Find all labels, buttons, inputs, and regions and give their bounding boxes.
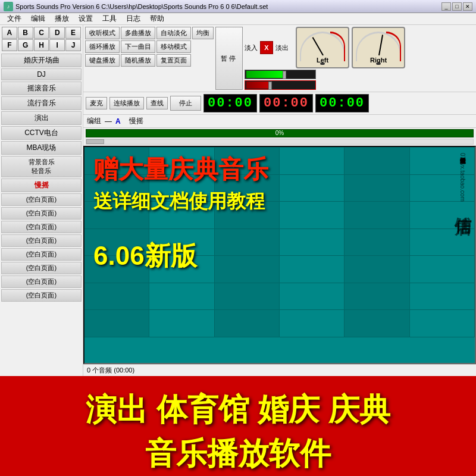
move-btn[interactable]: 移动模式: [156, 40, 191, 53]
playlist-cell[interactable]: [345, 283, 409, 311]
letter-d[interactable]: D: [49, 27, 65, 39]
playlist-cell[interactable]: [345, 202, 409, 229]
menu-play[interactable]: 播放: [50, 13, 74, 24]
letter-i[interactable]: I: [49, 39, 65, 51]
auto-fade-btn[interactable]: 自动淡化: [156, 27, 191, 39]
playlist-cell[interactable]: [280, 283, 345, 311]
multi-play-btn[interactable]: 多曲播放: [121, 27, 155, 39]
letter-a[interactable]: A: [2, 27, 17, 39]
menu-settings[interactable]: 设置: [74, 13, 98, 24]
sidebar-item-rock[interactable]: 摇滚音乐: [1, 82, 82, 95]
sidebar-item-blank3[interactable]: (空白页面): [1, 221, 82, 233]
playlist-cell[interactable]: [345, 256, 409, 283]
fade-in-handle[interactable]: [283, 71, 286, 79]
app-icon: ♪: [4, 2, 13, 11]
watermark-section: 因为专业所以做的更好 响灯光工作室 073vx.taobao.com 信店铺: [451, 153, 474, 357]
fade-out-bar[interactable]: [245, 80, 316, 90]
letter-g[interactable]: G: [18, 39, 33, 51]
random-btn[interactable]: 随机播放: [121, 54, 155, 67]
menu-edit[interactable]: 编辑: [26, 13, 50, 24]
playlist-cell[interactable]: [84, 229, 149, 256]
reset-btn[interactable]: 复置页面: [156, 54, 191, 67]
playlist-cell[interactable]: [345, 148, 409, 175]
menu-help[interactable]: 帮助: [145, 13, 169, 24]
window-title: Sports Sounds Pro Version 6 C:\Users\hp\…: [15, 3, 441, 10]
progress-bar[interactable]: 0%: [86, 129, 474, 137]
playlist-cell[interactable]: [84, 310, 149, 337]
playlist-cell[interactable]: [84, 148, 149, 175]
playlist-cell[interactable]: [149, 175, 214, 202]
top-controls: 收听模式 多曲播放 自动淡化 均衡 循环播放 下一曲目 移动模式 键盘播放 随机…: [83, 25, 476, 92]
sidebar-item-wedding[interactable]: 婚庆开场曲: [1, 54, 82, 67]
letter-c[interactable]: C: [34, 27, 49, 39]
playlist-cell[interactable]: [345, 175, 409, 202]
scroll-handle[interactable]: [86, 139, 104, 144]
playlist-cell[interactable]: [84, 202, 149, 229]
x-button[interactable]: X: [260, 41, 273, 54]
close-button[interactable]: ✕: [463, 2, 472, 11]
playlist-cell[interactable]: [215, 175, 280, 202]
sidebar-item-mba[interactable]: MBA现场: [1, 141, 82, 155]
sidebar-item-dj[interactable]: DJ: [1, 68, 82, 80]
playlist-cell[interactable]: [280, 229, 345, 256]
check-button[interactable]: 查线: [146, 97, 168, 109]
playlist-cell[interactable]: [215, 202, 280, 229]
playlist-cell[interactable]: [280, 175, 345, 202]
eq-btn[interactable]: 均衡: [192, 27, 214, 39]
sidebar-item-blank5[interactable]: (空白页面): [1, 248, 82, 261]
playlist-cell[interactable]: [215, 148, 280, 175]
letter-h[interactable]: H: [34, 39, 49, 51]
playlist-cell[interactable]: [84, 283, 149, 311]
pause-button[interactable]: 暂停: [215, 27, 243, 90]
playlist-cell[interactable]: [280, 148, 345, 175]
playlist-cell[interactable]: [215, 283, 280, 311]
stop-button[interactable]: 停止: [170, 96, 201, 111]
sidebar-item-blank2[interactable]: (空白页面): [1, 207, 82, 220]
sidebar-item-cctv[interactable]: CCTV电台: [1, 126, 82, 140]
menu-file[interactable]: 文件: [2, 13, 26, 24]
scroll-bar[interactable]: [86, 139, 474, 145]
sidebar-item-blank8[interactable]: (空白页面): [1, 289, 82, 302]
sidebar-item-blank7[interactable]: (空白页面): [1, 275, 82, 288]
playlist-cell[interactable]: [149, 202, 214, 229]
playlist-cell[interactable]: [149, 283, 214, 311]
playlist-cell[interactable]: [149, 229, 214, 256]
playlist-cell[interactable]: [149, 256, 214, 283]
playlist-cell[interactable]: [345, 310, 409, 337]
sidebar-item-blank1[interactable]: (空白页面): [1, 193, 82, 206]
fade-out-handle[interactable]: [268, 82, 272, 90]
playlist-cell[interactable]: [280, 310, 345, 337]
playlist-cell[interactable]: [84, 256, 149, 283]
minimize-button[interactable]: _: [441, 2, 451, 11]
playlist-cell[interactable]: [149, 148, 214, 175]
sidebar-item-blank6[interactable]: (空白页面): [1, 262, 82, 274]
sidebar-item-pop[interactable]: 流行音乐: [1, 96, 82, 110]
maximize-button[interactable]: □: [452, 2, 462, 11]
menu-tools[interactable]: 工具: [98, 13, 121, 24]
sidebar-item-bg[interactable]: 背景音乐 轻音乐: [1, 156, 82, 177]
continuous-button[interactable]: 连续播放: [109, 97, 144, 109]
playlist-cell[interactable]: [215, 229, 280, 256]
sidebar-item-blank4[interactable]: (空白页面): [1, 234, 82, 247]
sidebar-item-slow[interactable]: 慢摇: [1, 178, 82, 192]
loop-btn[interactable]: 循环播放: [85, 40, 120, 53]
window-controls[interactable]: _ □ ✕: [441, 2, 472, 11]
playlist-cell[interactable]: [215, 256, 280, 283]
mic-button[interactable]: 麦克: [86, 97, 107, 109]
next-btn[interactable]: 下一曲目: [121, 40, 155, 53]
playlist-cell[interactable]: [149, 310, 214, 337]
keyboard-btn[interactable]: 键盘播放: [85, 54, 120, 67]
playlist-cell[interactable]: [280, 256, 345, 283]
letter-b[interactable]: B: [18, 27, 33, 39]
letter-j[interactable]: J: [65, 39, 81, 51]
sidebar-item-show[interactable]: 演出: [1, 111, 82, 125]
playlist-cell[interactable]: [84, 175, 149, 202]
playlist-cell[interactable]: [345, 229, 409, 256]
menu-log[interactable]: 日志: [121, 13, 145, 24]
listen-mode-btn[interactable]: 收听模式: [85, 27, 120, 39]
playlist-cell[interactable]: [215, 310, 280, 337]
letter-f[interactable]: F: [2, 39, 17, 51]
letter-e[interactable]: E: [65, 27, 81, 39]
playlist-cell[interactable]: [280, 202, 345, 229]
fade-in-bar[interactable]: [245, 70, 316, 79]
